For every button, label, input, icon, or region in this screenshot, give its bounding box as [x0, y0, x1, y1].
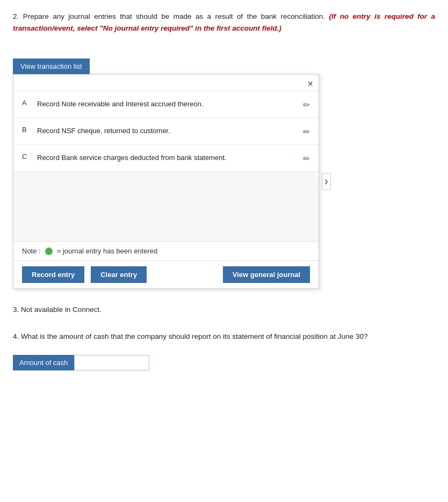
question-2-main-text: Prepare any journal entries that should …: [23, 12, 325, 20]
note-prefix: Note :: [22, 247, 41, 255]
edit-icon-b[interactable]: ✏: [303, 127, 310, 137]
view-general-journal-button[interactable]: View general journal: [223, 266, 310, 283]
question-2-block: 2. Prepare any journal entries that shou…: [13, 11, 435, 34]
close-button[interactable]: ×: [307, 79, 313, 89]
page: 2. Prepare any journal entries that shou…: [0, 0, 448, 502]
question-4-number: 4.: [13, 332, 19, 340]
amount-row: Amount of cash: [13, 355, 435, 370]
popup-actions: Record entry Clear entry View general jo…: [13, 261, 319, 288]
edit-icon-c[interactable]: ✏: [303, 154, 310, 164]
question-4-text: 4. What is the amount of cash that the c…: [13, 331, 435, 343]
popup-wrapper: × A Record Note receivable and Interest …: [13, 74, 319, 289]
question-3-text: Not available in Connect.: [21, 305, 102, 314]
question-3-number: 3.: [13, 305, 19, 314]
question-4-main-text: What is the amount of cash that the comp…: [21, 332, 367, 340]
chevron-right-icon[interactable]: ›: [322, 173, 331, 190]
popup-header: ×: [13, 75, 319, 91]
clear-entry-button[interactable]: Clear entry: [91, 266, 147, 283]
note-text: = journal entry has been entered: [57, 247, 158, 255]
popup-overlay: × A Record Note receivable and Interest …: [13, 74, 435, 289]
transaction-letter-c: C: [22, 152, 31, 161]
transaction-item-a: A Record Note receivable and Interest ac…: [13, 91, 319, 118]
transaction-list: A Record Note receivable and Interest ac…: [13, 91, 319, 172]
view-transaction-button[interactable]: View transaction list: [13, 59, 90, 74]
transaction-item-c: C Record Bank service charges deducted f…: [13, 145, 319, 172]
note-bar: Note : = journal entry has been entered: [13, 242, 319, 261]
transaction-desc-c: Record Bank service charges deducted fro…: [37, 152, 297, 163]
record-entry-button[interactable]: Record entry: [22, 266, 84, 283]
transaction-item-b: B Record NSF cheque, returned to custome…: [13, 118, 319, 145]
question-3-block: 3. Not available in Connect.: [13, 304, 435, 316]
popup-container: × A Record Note receivable and Interest …: [13, 74, 319, 289]
transaction-letter-a: A: [22, 99, 31, 107]
question-2-text: 2. Prepare any journal entries that shou…: [13, 11, 435, 34]
amount-of-cash-label: Amount of cash: [13, 355, 74, 370]
green-dot-icon: [45, 248, 53, 255]
edit-icon-a[interactable]: ✏: [303, 100, 310, 110]
empty-area: [13, 172, 319, 242]
amount-of-cash-input[interactable]: [74, 355, 149, 370]
question-2-number: 2.: [13, 12, 19, 20]
transaction-letter-b: B: [22, 126, 31, 134]
transaction-desc-a: Record Note receivable and Interest accr…: [37, 99, 297, 110]
transaction-desc-b: Record NSF cheque, returned to customer.: [37, 126, 297, 136]
question-4-block: 4. What is the amount of cash that the c…: [13, 331, 435, 343]
